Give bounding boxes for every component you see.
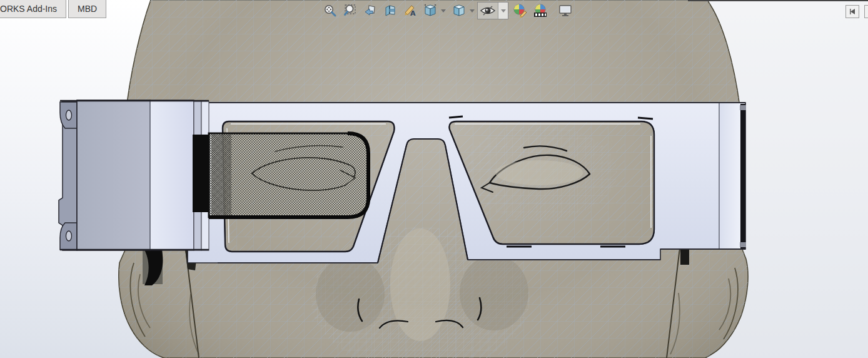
heads-up-view-toolbar: A xyxy=(320,1,575,20)
display-style-dropdown[interactable] xyxy=(469,3,475,19)
annotation-view-icon[interactable]: A xyxy=(402,3,418,19)
svg-text:A: A xyxy=(410,9,416,18)
section-view-icon[interactable] xyxy=(382,3,398,19)
commandmanager-tab-strip: ORKS Add-Ins MBD xyxy=(0,0,106,18)
view-orientation-icon[interactable] xyxy=(422,3,438,19)
collapse-task-pane-button[interactable] xyxy=(845,5,859,18)
tab-solidworks-add-ins-label: ORKS Add-Ins xyxy=(0,4,57,14)
right-temple-end xyxy=(719,103,746,248)
graphics-area[interactable] xyxy=(0,0,868,358)
edit-appearance-icon[interactable] xyxy=(512,3,528,19)
display-style-icon[interactable] xyxy=(451,3,467,19)
screw-hole-bottom xyxy=(66,231,72,241)
tab-mbd-label: MBD xyxy=(78,4,97,14)
task-pane-edge-button[interactable] xyxy=(864,5,868,18)
display-panel[interactable] xyxy=(193,133,368,217)
task-pane-top-border xyxy=(688,0,868,1)
tab-solidworks-add-ins[interactable]: ORKS Add-Ins xyxy=(0,0,66,18)
hide-show-items-group xyxy=(477,2,508,19)
view-orientation-dropdown[interactable] xyxy=(440,3,447,19)
zoom-to-fit-icon[interactable] xyxy=(322,3,338,19)
hide-show-items-icon[interactable] xyxy=(478,4,498,17)
hide-show-items-dropdown[interactable] xyxy=(498,3,508,19)
view-settings-icon[interactable] xyxy=(557,3,573,19)
left-housing-box[interactable] xyxy=(59,100,209,250)
previous-view-icon[interactable] xyxy=(362,3,378,19)
screw-hole-top xyxy=(66,110,72,120)
apply-scene-icon[interactable] xyxy=(532,3,548,19)
left-arrow-icon xyxy=(850,9,855,14)
zoom-to-area-icon[interactable] xyxy=(342,3,358,19)
tab-mbd[interactable]: MBD xyxy=(68,0,106,18)
solidworks-window: ORKS Add-Ins MBD xyxy=(0,0,868,358)
temple-arm-behind-right-ear xyxy=(680,248,689,265)
